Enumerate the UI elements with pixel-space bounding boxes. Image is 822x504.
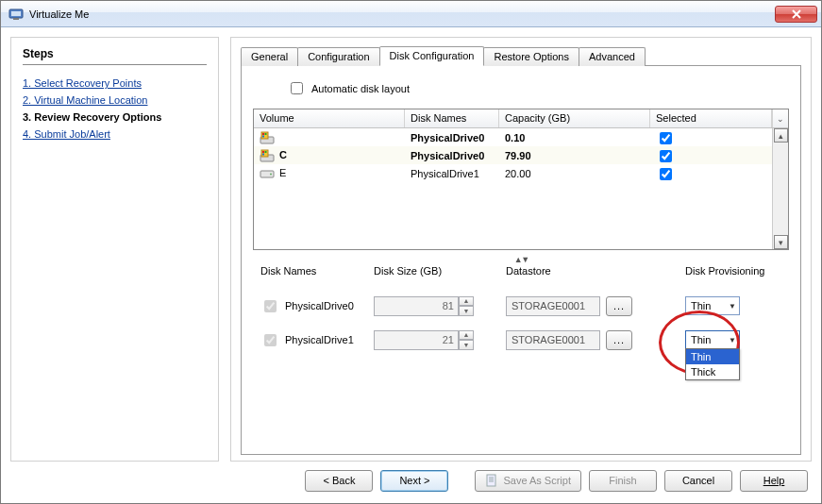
th-selected[interactable]: Selected <box>650 109 772 127</box>
column-picker-icon[interactable]: ⌄ <box>772 109 788 127</box>
splitter[interactable]: ▲ ▼ <box>253 256 789 263</box>
disk-size-stepper[interactable]: ▲▼ <box>374 330 474 350</box>
svg-rect-13 <box>262 154 264 156</box>
disk-name-label: PhysicalDrive0 <box>285 300 354 311</box>
svg-point-16 <box>270 174 272 176</box>
spin-up-icon[interactable]: ▲ <box>459 296 474 307</box>
chevron-down-icon: ▼ <box>729 302 736 311</box>
steps-heading: Steps <box>23 47 207 65</box>
tab-configuration[interactable]: Configuration <box>297 47 379 66</box>
svg-rect-1 <box>11 11 21 16</box>
chevron-down-icon: ▼ <box>729 336 736 344</box>
disk-name: PhysicalDrive1 <box>405 167 499 179</box>
table-row[interactable]: E PhysicalDrive1 20.00 <box>254 164 772 182</box>
finish-button[interactable]: Finish <box>589 470 657 492</box>
step-1[interactable]: 1. Select Recovery Points <box>23 75 207 92</box>
datastore-field[interactable] <box>506 330 600 350</box>
auto-layout-checkbox[interactable] <box>291 82 303 94</box>
browse-datastore-button[interactable]: ... <box>606 296 632 316</box>
step-3: 3. Review Recovery Options <box>23 109 207 126</box>
next-button[interactable]: Next > <box>380 470 448 492</box>
back-button[interactable]: < Back <box>305 470 373 492</box>
spin-down-icon[interactable]: ▼ <box>459 340 474 350</box>
datastore-field[interactable] <box>506 296 600 316</box>
option-thin[interactable]: Thin <box>686 349 739 364</box>
save-as-script-button[interactable]: Save As Script <box>475 470 581 492</box>
hdr-provisioning: Disk Provisioning <box>685 265 789 282</box>
svg-rect-17 <box>487 475 495 486</box>
close-icon <box>792 9 801 19</box>
disk-size-input[interactable] <box>374 330 459 350</box>
th-volume[interactable]: Volume <box>254 109 405 127</box>
cancel-button[interactable]: Cancel <box>664 470 732 492</box>
capacity: 20.00 <box>499 167 650 179</box>
steps-pane: Steps 1. Select Recovery Points 2. Virtu… <box>10 37 219 462</box>
svg-rect-7 <box>262 136 264 138</box>
row-selected-checkbox[interactable] <box>660 132 672 144</box>
vertical-scrollbar[interactable]: ▴ ▾ <box>772 128 788 249</box>
disk-name-label: PhysicalDrive1 <box>285 334 354 345</box>
disk-enabled-checkbox <box>264 300 277 312</box>
volume-label: E <box>279 167 286 178</box>
disk-size-stepper[interactable]: ▲▼ <box>374 296 474 316</box>
svg-rect-2 <box>13 18 19 20</box>
disk-size-input[interactable] <box>374 296 459 316</box>
svg-rect-11 <box>262 151 264 153</box>
hdd-icon <box>260 167 275 180</box>
svg-rect-8 <box>265 136 267 138</box>
hdr-datastore: Datastore <box>506 265 666 282</box>
app-icon <box>8 7 24 22</box>
content-pane: General Configuration Disk Configuration… <box>230 37 812 462</box>
auto-layout-label: Automatic disk layout <box>311 83 410 94</box>
hdr-disk-size: Disk Size (GB) <box>374 265 506 282</box>
disk-details: Disk Names PhysicalDrive0 PhysicalDrive1… <box>253 265 789 350</box>
script-icon <box>485 474 498 487</box>
scroll-up-icon[interactable]: ▴ <box>774 128 788 143</box>
wizard-footer: < Back Next > Save As Script Finish Canc… <box>1 465 821 503</box>
disk-name: PhysicalDrive0 <box>405 131 499 143</box>
table-row[interactable]: C PhysicalDrive0 79.90 <box>254 146 772 164</box>
capacity: 79.90 <box>499 149 650 161</box>
volume-table: Volume Disk Names Capacity (GB) Selected… <box>253 109 789 250</box>
spin-up-icon[interactable]: ▲ <box>459 330 474 341</box>
tab-general[interactable]: General <box>241 47 298 66</box>
disk-name: PhysicalDrive0 <box>405 149 499 161</box>
svg-rect-12 <box>265 151 267 153</box>
titlebar: Virtualize Me <box>1 1 821 27</box>
scroll-down-icon[interactable]: ▾ <box>774 235 788 249</box>
spin-down-icon[interactable]: ▼ <box>459 306 474 316</box>
windows-drive-icon <box>260 131 275 144</box>
provisioning-combo[interactable]: Thin ▼ <box>685 296 740 315</box>
combo-value: Thin <box>691 300 711 311</box>
th-disk[interactable]: Disk Names <box>405 109 499 127</box>
disk-enabled-checkbox <box>264 334 277 346</box>
volume-table-header: Volume Disk Names Capacity (GB) Selected… <box>254 109 788 128</box>
tab-advanced[interactable]: Advanced <box>579 47 646 66</box>
capacity: 0.10 <box>499 131 650 143</box>
step-4[interactable]: 4. Submit Job/Alert <box>23 126 207 143</box>
svg-rect-14 <box>265 154 267 156</box>
tabstrip: General Configuration Disk Configuration… <box>241 45 801 66</box>
provisioning-combo[interactable]: Thin ▼ <box>685 330 740 349</box>
volume-table-body: PhysicalDrive0 0.10 C PhysicalDrive0 <box>254 128 772 249</box>
help-button[interactable]: Help <box>740 470 808 492</box>
tab-restore-options[interactable]: Restore Options <box>483 47 579 66</box>
step-2[interactable]: 2. Virtual Machine Location <box>23 92 207 109</box>
auto-layout-row: Automatic disk layout <box>287 79 789 97</box>
svg-rect-5 <box>262 133 264 135</box>
windows-drive-icon <box>260 149 275 162</box>
tab-disk-configuration[interactable]: Disk Configuration <box>379 46 485 66</box>
row-selected-checkbox[interactable] <box>660 150 672 162</box>
table-row[interactable]: PhysicalDrive0 0.10 <box>254 128 772 146</box>
option-thick[interactable]: Thick <box>686 364 739 379</box>
window-title: Virtualize Me <box>29 8 775 20</box>
provisioning-dropdown: Thin Thick <box>685 348 740 380</box>
hdr-disk-names: Disk Names <box>260 265 374 282</box>
close-button[interactable] <box>775 6 817 23</box>
svg-rect-6 <box>265 133 267 135</box>
browse-datastore-button[interactable]: ... <box>606 330 632 350</box>
row-selected-checkbox[interactable] <box>660 168 672 180</box>
volume-label: C <box>279 149 287 160</box>
tab-body: Automatic disk layout Volume Disk Names … <box>241 66 801 455</box>
th-capacity[interactable]: Capacity (GB) <box>499 109 650 127</box>
